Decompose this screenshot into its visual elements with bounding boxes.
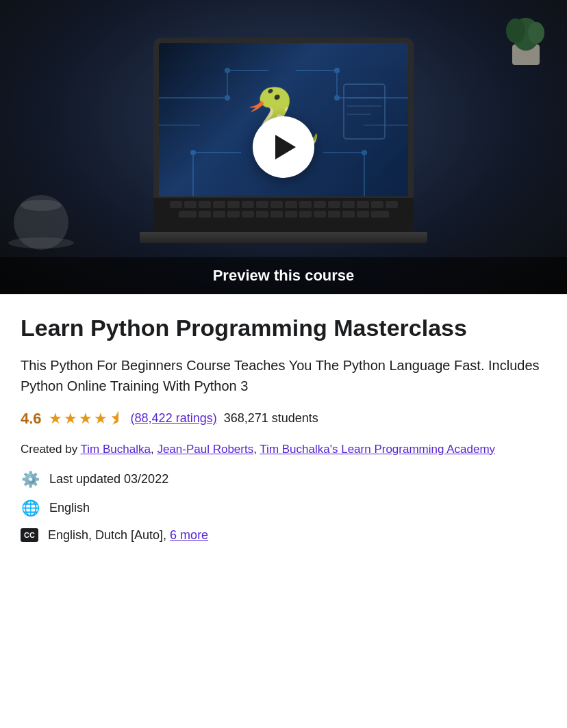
captions-text: English, Dutch [Auto], 6 more [48, 528, 208, 543]
alert-icon: ⚙️ [21, 471, 40, 489]
author-link-jean[interactable]: Jean-Paul Roberts [157, 443, 253, 456]
created-by: Created by Tim Buchalka, Jean-Paul Rober… [21, 440, 546, 458]
ratings-link[interactable]: (88,422 ratings) [131, 411, 217, 426]
last-updated-row: ⚙️ Last updated 03/2022 [21, 471, 546, 489]
author-link-academy[interactable]: Tim Buchalka's Learn Programming Academy [260, 443, 495, 456]
preview-bar[interactable]: Preview this course [0, 257, 567, 294]
svg-point-24 [21, 200, 62, 211]
svg-point-9 [334, 68, 340, 73]
svg-point-12 [190, 150, 196, 155]
star-half: ⯨ [109, 410, 124, 428]
coffee-cup-decoration [7, 192, 75, 253]
star-2: ★ [64, 410, 77, 428]
svg-point-3 [225, 95, 230, 101]
play-button[interactable] [253, 116, 314, 178]
star-rating: ★ ★ ★ ★ ⯨ [49, 410, 124, 428]
language-row: 🌐 English [21, 499, 546, 517]
last-updated-text: Last updated 03/2022 [49, 472, 168, 486]
author-link-tim[interactable]: Tim Buchalka [81, 443, 151, 456]
svg-rect-18 [344, 84, 385, 139]
laptop-keyboard [153, 198, 414, 232]
globe-icon: 🌐 [21, 499, 40, 517]
plant-decoration [495, 7, 557, 68]
rating-row: 4.6 ★ ★ ★ ★ ⯨ (88,422 ratings) 368,271 s… [21, 410, 546, 428]
laptop-base [140, 232, 427, 243]
more-captions-link[interactable]: 6 more [170, 528, 208, 542]
play-triangle-icon [275, 135, 296, 159]
rating-number: 4.6 [21, 410, 42, 428]
course-subtitle: This Python For Beginners Course Teaches… [21, 355, 546, 396]
svg-point-8 [334, 95, 340, 101]
star-3: ★ [79, 410, 92, 428]
course-title: Learn Python Programming Masterclass [21, 313, 546, 343]
svg-point-15 [362, 150, 367, 155]
created-by-prefix: Created by [21, 443, 77, 456]
preview-text: Preview this course [213, 267, 355, 284]
course-info-section: Learn Python Programming Masterclass Thi… [0, 294, 567, 581]
svg-point-28 [528, 22, 544, 44]
captions-row: CC English, Dutch [Auto], 6 more [21, 528, 546, 543]
students-count: 368,271 students [224, 411, 318, 426]
svg-point-4 [225, 68, 230, 73]
hero-section: 🐍 [0, 0, 567, 294]
svg-point-27 [506, 18, 525, 43]
language-text: English [49, 501, 90, 515]
star-1: ★ [49, 410, 62, 428]
star-4: ★ [94, 410, 108, 428]
cc-badge: CC [21, 528, 38, 542]
